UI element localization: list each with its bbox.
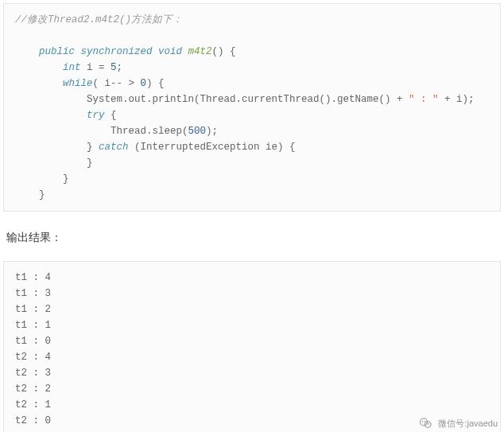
- wechat-icon: [419, 416, 433, 430]
- keyword: public synchronized void: [39, 46, 182, 57]
- code-text: i =: [81, 62, 111, 73]
- number-literal: 5: [110, 62, 117, 73]
- function-name: m4t2: [188, 46, 212, 57]
- string-literal: " : ": [409, 94, 439, 105]
- code-text: System.out.println(Thread.currentThread(…: [87, 94, 409, 105]
- code-text: ) {: [146, 78, 165, 89]
- number-literal: 500: [188, 126, 207, 137]
- output-line: t2 : 3: [15, 368, 51, 379]
- keyword: while: [63, 78, 93, 89]
- code-block-output: t1 : 4 t1 : 3 t1 : 2 t1 : 1 t1 : 0 t2 : …: [3, 261, 501, 432]
- code-text: ( i-- >: [93, 78, 141, 89]
- keyword: try: [87, 110, 105, 121]
- output-line: t2 : 0: [15, 415, 51, 426]
- watermark: 微信号:javaedu: [419, 416, 498, 430]
- output-line: t2 : 4: [15, 352, 51, 363]
- code-text: (InterruptedException ie) {: [129, 142, 296, 153]
- code-text: ;: [117, 62, 123, 73]
- output-label: 输出结果：: [6, 231, 498, 245]
- output-line: t1 : 1: [15, 320, 51, 331]
- svg-point-2: [422, 421, 424, 422]
- watermark-label: 微信号:javaedu: [438, 418, 498, 430]
- code-block-source: //修改Thread2.m4t2()方法如下： public synchroni…: [3, 3, 501, 212]
- output-line: t1 : 3: [15, 288, 51, 299]
- code-text: {: [105, 110, 117, 121]
- code-text: + i);: [439, 94, 475, 105]
- code-text: }: [39, 189, 45, 200]
- output-line: t1 : 0: [15, 336, 51, 347]
- code-text: }: [87, 142, 99, 153]
- number-literal: 0: [141, 78, 147, 89]
- svg-point-3: [425, 421, 426, 422]
- code-text: );: [206, 126, 218, 137]
- code-text: }: [87, 158, 93, 169]
- output-line: t1 : 2: [15, 304, 51, 315]
- code-comment: //修改Thread2.m4t2()方法如下：: [15, 14, 183, 25]
- keyword: catch: [99, 142, 129, 153]
- code-text: }: [63, 173, 69, 185]
- output-line: t2 : 2: [15, 383, 51, 395]
- output-line: t2 : 1: [15, 399, 51, 411]
- output-line: t1 : 4: [15, 272, 51, 283]
- svg-point-5: [428, 423, 429, 424]
- code-text: Thread.sleep(: [110, 126, 188, 137]
- code-text: () {: [212, 46, 236, 57]
- keyword: int: [63, 62, 81, 73]
- svg-point-4: [427, 423, 428, 424]
